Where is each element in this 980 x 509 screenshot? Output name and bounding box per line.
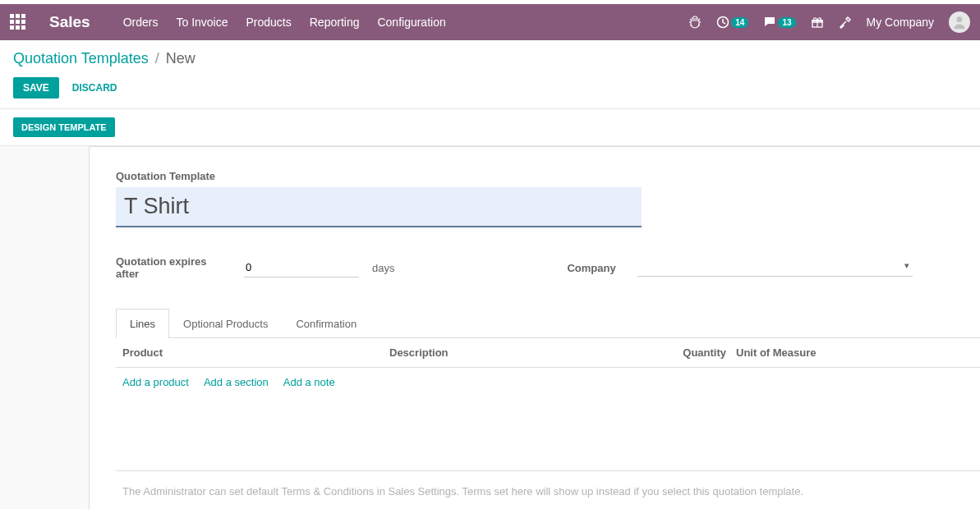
menu-products[interactable]: Products [246, 16, 292, 29]
user-avatar[interactable] [949, 11, 970, 33]
template-name-input[interactable] [116, 187, 642, 227]
main-menu: Orders To Invoice Products Reporting Con… [123, 16, 446, 29]
discuss-button[interactable]: 13 [763, 16, 795, 29]
col-description: Description [389, 346, 677, 359]
activities-button[interactable]: 14 [716, 16, 748, 29]
expires-input[interactable] [244, 258, 359, 277]
terms-textarea[interactable]: The Administrator can set default Terms … [116, 470, 980, 509]
activities-badge: 14 [731, 17, 748, 28]
save-button[interactable]: SAVE [13, 77, 59, 99]
add-product-link[interactable]: Add a product [122, 376, 189, 388]
expires-unit: days [372, 262, 394, 274]
col-quantity: Quantity [677, 346, 726, 359]
title-label: Quotation Template [116, 170, 980, 182]
col-uom: Unit of Measure [726, 346, 973, 359]
apps-icon[interactable] [10, 14, 26, 30]
col-product: Product [122, 346, 389, 359]
add-note-link[interactable]: Add a note [283, 376, 335, 388]
add-section-link[interactable]: Add a section [204, 376, 269, 388]
menu-orders[interactable]: Orders [123, 16, 159, 29]
tab-confirmation[interactable]: Confirmation [282, 309, 370, 338]
breadcrumb-current: New [166, 50, 196, 67]
company-select[interactable] [637, 259, 913, 277]
menu-to-invoice[interactable]: To Invoice [176, 16, 228, 29]
company-switcher[interactable]: My Company [867, 16, 934, 29]
tab-optional-products[interactable]: Optional Products [169, 309, 282, 338]
control-panel: Quotation Templates / New SAVE DISCARD [0, 40, 980, 109]
breadcrumb: Quotation Templates / New [13, 50, 967, 67]
design-template-button[interactable]: DESIGN TEMPLATE [13, 117, 115, 137]
bug-icon[interactable] [688, 16, 702, 29]
lines-table: Product Description Quantity Unit of Mea… [116, 338, 980, 509]
terms-placeholder: The Administrator can set default Terms … [122, 484, 973, 499]
breadcrumb-parent[interactable]: Quotation Templates [13, 50, 149, 67]
discard-button[interactable]: DISCARD [72, 82, 117, 94]
expires-label: Quotation expires after [116, 255, 231, 280]
form-sheet: Quotation Template Quotation expires aft… [89, 146, 980, 509]
status-bar: DESIGN TEMPLATE [0, 109, 980, 146]
breadcrumb-sep: / [155, 50, 159, 67]
tools-icon[interactable] [839, 16, 852, 29]
menu-configuration[interactable]: Configuration [377, 16, 445, 29]
tab-lines[interactable]: Lines [116, 309, 169, 338]
top-navbar: Sales Orders To Invoice Products Reporti… [0, 4, 980, 40]
company-label: Company [567, 262, 624, 274]
discuss-badge: 13 [778, 17, 795, 28]
gift-icon[interactable] [811, 16, 824, 29]
app-title[interactable]: Sales [49, 13, 90, 31]
svg-point-2 [957, 16, 963, 22]
menu-reporting[interactable]: Reporting [310, 16, 360, 29]
form-tabs: Lines Optional Products Confirmation [116, 308, 980, 338]
